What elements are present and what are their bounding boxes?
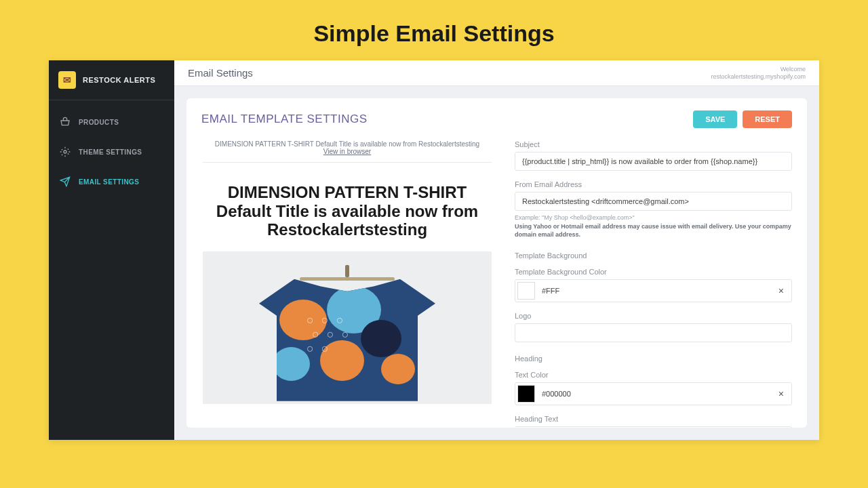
bg-color-input[interactable] [539,284,773,298]
nav-label: PRODUCTS [79,119,119,126]
brand-logo-icon: ✉ [58,71,76,89]
brand: ✉ RESTOCK ALERTS [49,60,174,100]
card-title: EMAIL TEMPLATE SETTINGS [201,113,368,126]
heading-text-input[interactable] [515,426,792,428]
subject-field: Subject [515,140,792,171]
shop-domain: restockalertstesting.myshopify.com [711,73,806,81]
bg-color-field: Template Background Color × [515,268,792,302]
heading-text-field: Heading Text [515,415,792,428]
nav: PRODUCTS THEME SETTINGS EMAIL SETTINGS [49,100,174,197]
reset-button[interactable]: RESET [743,110,792,128]
view-in-browser-link[interactable]: View in browser [323,148,371,155]
topbar: Email Settings Welcome restockalertstest… [174,60,819,86]
from-field: From Email Address Example: "My Shop <he… [515,180,792,239]
nav-item-theme[interactable]: THEME SETTINGS [49,137,174,167]
preview-heading: DIMENSION PATTERN T-SHIRT Default Title … [203,163,492,251]
columns: DIMENSION PATTERN T-SHIRT Default Title … [201,140,792,428]
text-swatch[interactable] [517,385,535,403]
user-info: Welcome restockalertstesting.myshopify.c… [711,66,806,81]
subject-label: Subject [515,140,792,148]
save-button[interactable]: SAVE [693,110,737,128]
nav-label: THEME SETTINGS [79,148,142,156]
template-bg-section: Template Background [515,251,792,260]
logo-field: Logo [515,312,792,342]
gear-icon [60,146,71,157]
basket-icon [60,117,71,127]
settings-form: Subject From Email Address Example: "My … [515,140,792,428]
app-window: ✉ RESTOCK ALERTS PRODUCTS THEME SETTINGS… [49,60,819,440]
preview-header: DIMENSION PATTERN T-SHIRT Default Title … [203,140,492,163]
nav-item-email[interactable]: EMAIL SETTINGS [49,167,174,197]
product-image: ○ ○ ○ ○ ○ ○○ ○ [259,265,435,401]
nav-item-products[interactable]: PRODUCTS [49,107,174,137]
heading-text-label: Heading Text [515,415,792,423]
logo-label: Logo [515,312,792,320]
nav-label: EMAIL SETTINGS [79,178,139,186]
content: EMAIL TEMPLATE SETTINGS SAVE RESET DIMEN… [174,86,819,440]
text-color-field: Text Color × [515,371,792,405]
heading-section: Heading [515,354,792,363]
text-color-label: Text Color [515,371,792,379]
from-input[interactable] [515,192,792,211]
from-label: From Email Address [515,180,792,188]
from-help: Example: "My Shop <hello@example.com>" U… [515,214,792,239]
bg-color-label: Template Background Color [515,268,792,276]
preview-image: ○ ○ ○ ○ ○ ○○ ○ [203,251,492,404]
text-color-input[interactable] [539,387,773,401]
card-header: EMAIL TEMPLATE SETTINGS SAVE RESET [201,110,792,128]
clear-icon[interactable]: × [773,388,789,399]
welcome-text: Welcome [711,66,806,73]
main-area: Email Settings Welcome restockalertstest… [174,60,819,440]
preview-subject: DIMENSION PATTERN T-SHIRT Default Title … [215,140,479,148]
brand-name: RESTOCK ALERTS [83,76,155,84]
settings-card: EMAIL TEMPLATE SETTINGS SAVE RESET DIMEN… [186,98,807,428]
text-color-row: × [515,382,792,405]
page-title: Email Settings [188,67,253,79]
from-example: Example: "My Shop <hello@example.com>" [515,214,635,221]
page-outer-title: Simple Email Settings [0,0,868,60]
svg-point-0 [64,150,66,153]
subject-input[interactable] [515,152,792,171]
email-preview: DIMENSION PATTERN T-SHIRT Default Title … [201,140,493,428]
sidebar: ✉ RESTOCK ALERTS PRODUCTS THEME SETTINGS… [49,60,174,440]
bg-color-row: × [515,279,792,302]
from-warning: Using Yahoo or Hotmail email address may… [515,223,791,239]
clear-icon[interactable]: × [773,285,789,296]
logo-input[interactable] [515,323,792,342]
bg-swatch[interactable] [517,282,535,300]
card-actions: SAVE RESET [693,110,792,128]
paper-plane-icon [60,176,71,187]
